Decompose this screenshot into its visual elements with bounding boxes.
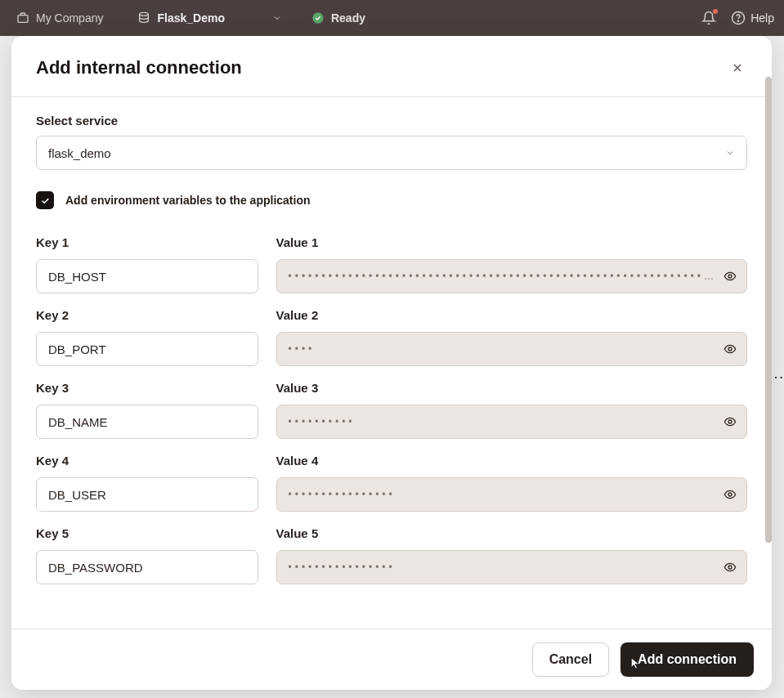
value-label: Value 5 xyxy=(276,526,747,540)
value-input[interactable]: ••••••••••••••••••••••••••••••••••••••••… xyxy=(276,259,747,293)
svg-point-6 xyxy=(728,347,732,351)
key-col: Key 5 xyxy=(36,526,258,584)
value-col: Value 2•••• xyxy=(276,308,747,366)
cancel-button[interactable]: Cancel xyxy=(532,642,609,677)
key-col: Key 2 xyxy=(36,308,258,366)
svg-point-9 xyxy=(728,566,732,569)
briefcase-icon xyxy=(16,11,29,25)
service-value: flask_demo xyxy=(48,146,111,160)
key-label: Key 5 xyxy=(36,526,258,540)
scrollbar[interactable] xyxy=(765,77,772,543)
check-icon xyxy=(40,195,51,206)
eye-icon[interactable] xyxy=(724,415,737,428)
check-circle-icon xyxy=(311,11,325,25)
env-vars-grid: Key 1Value 1••••••••••••••••••••••••••••… xyxy=(36,221,747,584)
value-col: Value 5•••••••••••••••• xyxy=(276,526,747,584)
value-masked: •••••••••• xyxy=(289,416,717,427)
value-masked: •••• xyxy=(289,343,717,355)
modal-header: Add internal connection xyxy=(11,36,772,97)
value-masked: •••••••••••••••• xyxy=(289,489,717,500)
key-input[interactable] xyxy=(36,405,258,439)
cursor-icon xyxy=(629,656,641,669)
notifications-button[interactable] xyxy=(701,11,716,25)
env-vars-checkbox[interactable] xyxy=(36,191,54,209)
key-label: Key 4 xyxy=(36,454,258,468)
modal-title: Add internal connection xyxy=(36,57,242,78)
modal-footer: Cancel Add connection xyxy=(11,629,772,690)
env-vars-label: Add environment variables to the applica… xyxy=(65,194,311,207)
eye-icon[interactable] xyxy=(724,488,737,501)
svg-point-4 xyxy=(738,20,739,21)
value-input[interactable]: •••• xyxy=(276,332,747,366)
value-input[interactable]: •••••••••••••••• xyxy=(276,550,747,584)
eye-icon[interactable] xyxy=(724,561,737,574)
key-col: Key 4 xyxy=(36,454,258,512)
service-select[interactable]: flask_demo xyxy=(36,136,747,170)
value-input[interactable]: •••••••••••••••• xyxy=(276,477,747,512)
key-col: Key 3 xyxy=(36,381,258,439)
svg-rect-0 xyxy=(18,16,28,23)
key-input[interactable] xyxy=(36,259,258,293)
svg-point-7 xyxy=(728,420,732,423)
value-input[interactable]: •••••••••• xyxy=(276,405,747,439)
help-button[interactable]: Help xyxy=(731,11,774,25)
svg-point-8 xyxy=(728,493,732,496)
svg-point-1 xyxy=(140,12,149,16)
help-label: Help xyxy=(750,11,774,25)
company-name: My Company xyxy=(36,11,103,25)
service-label: Select service xyxy=(36,114,747,128)
key-col: Key 1 xyxy=(36,235,258,293)
key-label: Key 1 xyxy=(36,235,258,249)
stage: ⋯ Add internal connection Select service… xyxy=(0,36,784,698)
value-masked: ••••••••••••••••••••••••••••••••••••••••… xyxy=(289,271,717,282)
svg-point-2 xyxy=(312,12,323,23)
eye-icon[interactable] xyxy=(724,270,737,283)
notification-dot-icon xyxy=(713,9,718,14)
value-col: Value 4•••••••••••••••• xyxy=(276,454,747,512)
key-input[interactable] xyxy=(36,332,258,366)
project-switcher[interactable]: Flask_Demo xyxy=(131,8,288,28)
app-header: My Company Flask_Demo Ready Help xyxy=(0,0,784,36)
add-connection-button[interactable]: Add connection xyxy=(620,642,754,677)
value-col: Value 3•••••••••• xyxy=(276,381,747,439)
close-icon xyxy=(731,61,744,74)
modal-body: Select service flask_demo Add environmen… xyxy=(11,97,772,629)
add-connection-modal: Add internal connection Select service f… xyxy=(11,36,772,690)
status-text: Ready xyxy=(331,11,365,25)
company-switcher[interactable]: My Company xyxy=(10,8,110,28)
key-input[interactable] xyxy=(36,477,258,512)
key-label: Key 2 xyxy=(36,308,258,322)
status-indicator: Ready xyxy=(311,11,365,25)
help-circle-icon xyxy=(731,11,746,25)
value-label: Value 3 xyxy=(276,381,747,395)
key-input[interactable] xyxy=(36,550,258,584)
chevron-down-icon xyxy=(725,148,735,158)
chevron-down-icon xyxy=(272,13,282,23)
database-icon xyxy=(137,11,150,25)
value-masked: •••••••••••••••• xyxy=(289,562,717,573)
key-label: Key 3 xyxy=(36,381,258,395)
cancel-label: Cancel xyxy=(549,652,592,667)
value-label: Value 2 xyxy=(276,308,747,322)
svg-point-5 xyxy=(728,275,732,278)
eye-icon[interactable] xyxy=(724,342,737,356)
value-col: Value 1•••••••••••••••••••••••••••••••••… xyxy=(276,235,747,293)
project-name: Flask_Demo xyxy=(157,11,224,25)
close-button[interactable] xyxy=(728,58,747,78)
value-label: Value 1 xyxy=(276,235,747,249)
value-label: Value 4 xyxy=(276,454,747,468)
submit-label: Add connection xyxy=(638,652,737,667)
